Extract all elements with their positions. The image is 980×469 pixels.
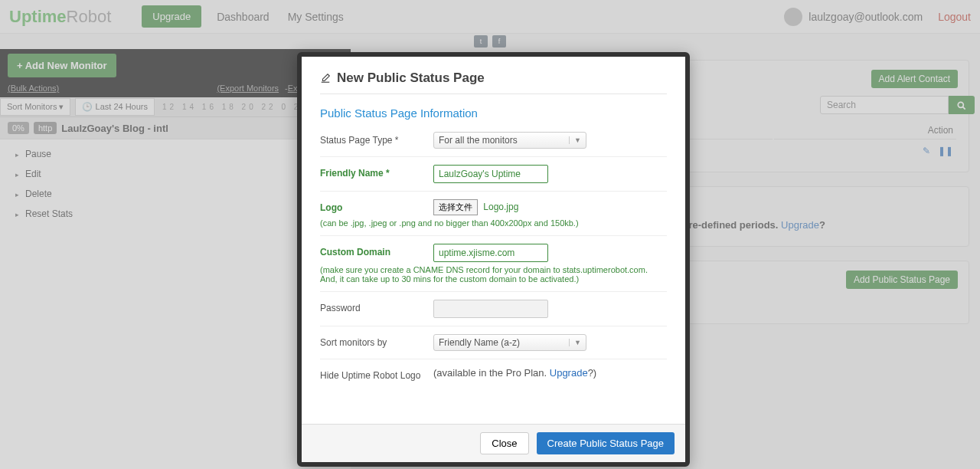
create-public-status-page-button[interactable]: Create Public Status Page (537, 432, 675, 454)
upgrade-link-modal[interactable]: Upgrade (550, 367, 588, 379)
status-page-type-select[interactable]: For all the monitors ▼ (433, 132, 586, 149)
row-sort-monitors: Sort monitors by Friendly Name (a-z) ▼ (320, 326, 667, 359)
label-password: Password (320, 300, 433, 313)
modal-section-title: Public Status Page Information (320, 107, 667, 120)
row-custom-domain: Custom Domain (make sure you create a CN… (320, 236, 667, 292)
new-public-status-page-modal: New Public Status Page Public Status Pag… (297, 52, 690, 467)
label-status-page-type: Status Page Type * (320, 132, 433, 146)
choose-file-button[interactable]: 选择文件 (433, 199, 478, 215)
chevron-down-icon: ▼ (569, 339, 581, 346)
chevron-down-icon: ▼ (569, 136, 581, 144)
password-input[interactable] (433, 300, 548, 318)
label-logo: Logo (320, 199, 433, 213)
row-hide-logo: Hide Uptime Robot Logo (available in the… (320, 359, 667, 389)
row-password: Password (320, 292, 667, 326)
logo-hint: (can be .jpg, .jpeg or .png and no bigge… (320, 218, 667, 228)
selected-file-name: Logo.jpg (483, 202, 518, 212)
label-custom-domain: Custom Domain (320, 244, 433, 257)
modal-title-text: New Public Status Page (337, 71, 485, 86)
label-sort-monitors: Sort monitors by (320, 334, 433, 348)
custom-domain-input[interactable] (433, 244, 548, 262)
label-friendly-name: Friendly Name * (320, 165, 433, 179)
modal-footer: Close Create Public Status Page (302, 424, 685, 462)
sort-monitors-select[interactable]: Friendly Name (a-z) ▼ (433, 334, 586, 351)
label-hide-logo: Hide Uptime Robot Logo (320, 367, 433, 381)
row-friendly-name: Friendly Name * (320, 157, 667, 192)
edit-icon (320, 73, 331, 84)
row-status-page-type: Status Page Type * For all the monitors … (320, 124, 667, 157)
close-button[interactable]: Close (480, 432, 528, 454)
friendly-name-input[interactable] (433, 165, 548, 183)
custom-domain-hint: (make sure you create a CNAME DNS record… (320, 265, 667, 284)
row-logo: Logo 选择文件 Logo.jpg (can be .jpg, .jpeg o… (320, 192, 667, 236)
